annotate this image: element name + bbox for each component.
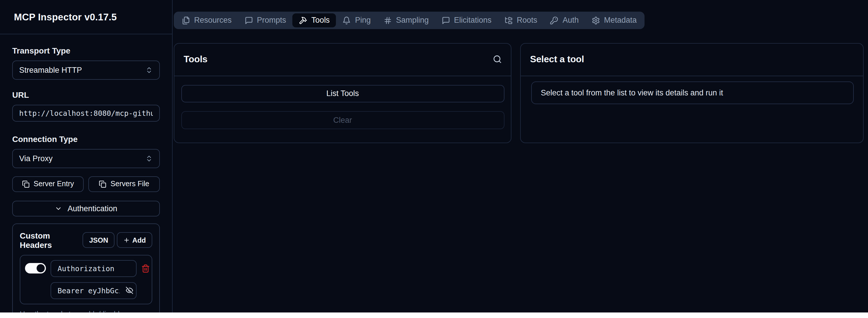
chevrons-up-down-icon [145,66,153,74]
transport-type-label: Transport Type [12,46,160,55]
tab-auth[interactable]: Auth [544,13,585,27]
tab-label: Sampling [396,16,429,25]
tab-label: Tools [311,16,330,25]
connection-type-value: Via Proxy [19,154,53,163]
header-value-input[interactable] [51,282,136,299]
detail-panel-body: Select a tool from the list to view its … [521,76,863,104]
sidebar-header: MCP Inspector v0.17.5 [0,0,172,34]
custom-headers-actions: JSON Add [83,232,152,248]
key-icon [550,16,559,24]
show-value-button[interactable] [125,287,133,294]
main-area: Resources Prompts Tools Ping Sampling El… [173,0,868,312]
files-icon [182,16,190,24]
url-label: URL [12,90,160,99]
message-square-icon [441,16,450,24]
help-line-1: Use the toggle to enable/disable headers… [20,310,124,312]
custom-headers-title: Custom Headers [20,231,83,249]
top-tabs-bar: Resources Prompts Tools Ping Sampling El… [174,12,645,29]
mcp-inspector-app: MCP Inspector v0.17.5 Transport Type Str… [0,0,868,312]
hash-icon [383,16,392,24]
sidebar: MCP Inspector v0.17.5 Transport Type Str… [0,0,173,312]
content-panels: Tools List Tools Clear Select a tool Sel… [174,43,863,143]
server-entry-button[interactable]: Server Entry [12,176,84,192]
tab-tools[interactable]: Tools [292,13,336,27]
transport-type-value: Streamable HTTP [19,66,82,75]
tab-elicitations[interactable]: Elicitations [435,13,498,27]
tools-panel-header: Tools [174,44,511,76]
transport-type-select[interactable]: Streamable HTTP [12,60,160,80]
empty-state-message: Select a tool from the list to view its … [531,82,854,104]
connection-type-label: Connection Type [12,135,160,144]
list-tools-button[interactable]: List Tools [181,85,504,103]
header-entry [20,255,152,304]
tools-panel-body: List Tools Clear [174,76,511,138]
custom-headers-header: Custom Headers JSON Add [20,231,152,249]
trash-icon [141,264,150,272]
header-enabled-toggle[interactable] [25,263,46,273]
eye-off-icon [125,287,133,294]
tab-label: Elicitations [454,16,491,25]
url-input[interactable] [12,105,160,122]
authentication-label: Authentication [67,204,117,213]
copy-buttons-row: Server Entry Servers File [12,176,160,192]
add-header-button[interactable]: Add [117,232,152,248]
tab-label: Resources [194,16,231,25]
search-tools-button[interactable] [493,55,502,64]
header-name-row [25,260,145,277]
authentication-toggle-button[interactable]: Authentication [12,200,160,216]
search-icon [493,55,502,64]
chevrons-up-down-icon [145,155,153,162]
sidebar-body: Transport Type Streamable HTTP URL Conne… [0,34,172,312]
toggle-thumb [37,264,45,272]
header-value-row [25,282,145,299]
connection-type-select[interactable]: Via Proxy [12,149,160,168]
tab-metadata[interactable]: Metadata [585,13,643,27]
delete-header-button[interactable] [141,264,150,272]
message-square-icon [244,16,253,24]
bell-icon [343,16,351,24]
empty-state-text: Select a tool from the list to view its … [541,88,723,97]
app-title: MCP Inspector v0.17.5 [14,11,117,22]
folder-tree-icon [504,16,513,24]
tab-label: Ping [355,16,371,25]
tab-label: Auth [563,16,579,25]
tools-panel-title: Tools [184,54,208,65]
detail-panel-header: Select a tool [521,44,863,76]
tab-ping[interactable]: Ping [336,13,377,27]
tab-label: Roots [517,16,537,25]
tab-resources[interactable]: Resources [175,13,238,27]
gear-icon [591,16,600,24]
tab-sampling[interactable]: Sampling [377,13,435,27]
servers-file-button[interactable]: Servers File [88,176,160,192]
tool-detail-panel: Select a tool Select a tool from the lis… [520,43,863,143]
chevron-down-icon [55,205,62,212]
json-button-label: JSON [89,236,108,244]
hammer-icon [299,16,307,24]
header-value-wrap [51,282,136,299]
clear-tools-button[interactable]: Clear [181,111,504,129]
copy-icon [22,180,30,188]
add-button-label: Add [132,236,146,244]
custom-headers-help-text: Use the toggle to enable/disable headers… [20,310,152,312]
tools-list-panel: Tools List Tools Clear [174,43,512,143]
custom-headers-card: Custom Headers JSON Add [12,223,160,312]
tab-label: Prompts [257,16,286,25]
detail-panel-title: Select a tool [530,54,584,65]
server-entry-label: Server Entry [34,180,74,188]
tab-label: Metadata [604,16,637,25]
tab-roots[interactable]: Roots [498,13,544,27]
json-toggle-button[interactable]: JSON [83,232,115,248]
copy-icon [99,180,106,188]
servers-file-label: Servers File [111,180,149,188]
tab-prompts[interactable]: Prompts [238,13,292,27]
plus-icon [123,237,130,243]
header-name-input[interactable] [51,260,136,277]
